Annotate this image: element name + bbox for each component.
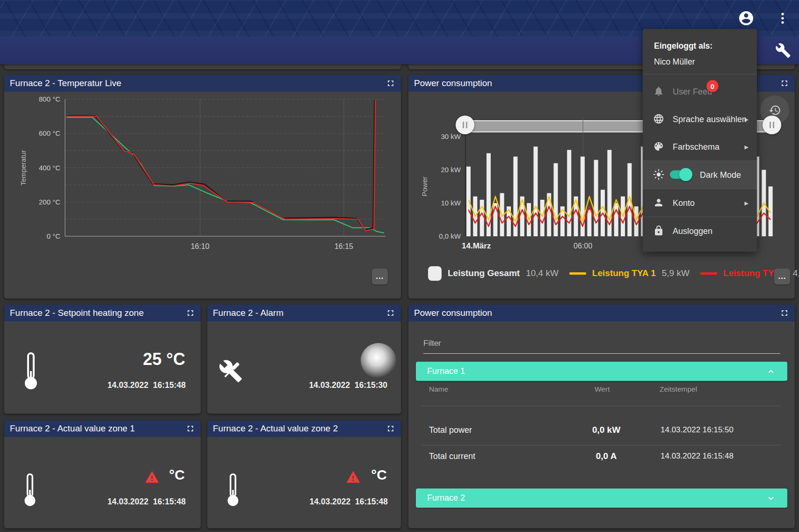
logged-in-as-label: Eingeloggt als: [654,41,712,51]
fullscreen-icon[interactable] [780,79,789,88]
card-title: Furnace 2 - Alarm [213,308,386,318]
card-zone2-titlebar: Furnace 2 - Actual value zone 2 [207,420,401,437]
warning-triangle-icon [346,470,361,483]
power-chart-legend: Leistung Gesamt 10,4 kW Leistung TYA 1 5… [428,263,799,284]
dark-mode-toggle[interactable] [670,170,690,179]
svg-text:16:10: 16:10 [191,242,210,250]
svg-text:600 °C: 600 °C [39,129,60,137]
svg-text:06:00: 06:00 [574,242,592,250]
card-setpoint-titlebar: Furnace 2 - Setpoint heating zone [4,305,201,321]
menu-item-label: Ausloggen [673,226,712,236]
menu-item-farbschema[interactable]: Farbschema ▶ [643,133,757,160]
menu-item-sprache[interactable]: Sprache auswählen ▶ [643,105,757,133]
card-title: Furnace 2 - Setpoint heating zone [10,308,186,318]
alarm-timestamp: 14.03.2022 16:15:30 [309,380,387,390]
dashboard: Furnace 2 - Temperatur Live 16:1016:150 … [0,0,799,532]
zone1-timestamp: 14.03.2022 16:15:48 [108,497,186,507]
card-zone2: Furnace 2 - Actual value zone 2 °C 14.03… [207,420,401,528]
section-header-furnace-1[interactable]: Furnace 1 [416,362,787,381]
legend-marker-tya2 [700,272,717,275]
time-range-slider-handle-left[interactable] [456,116,474,134]
fullscreen-icon[interactable] [386,308,395,318]
legend-value: 5,9 kW [662,268,690,278]
filter-input[interactable] [423,341,780,354]
menu-item-dark-mode[interactable]: Dark Mode [643,161,757,189]
svg-text:16:15: 16:15 [334,242,353,250]
menu-item-ausloggen[interactable]: Ausloggen [643,217,757,245]
svg-text:Power: Power [421,176,429,197]
setpoint-timestamp: 14.03.2022 16:15:48 [108,380,186,390]
legend-marker-tya1 [569,272,586,275]
warning-triangle-icon [145,470,160,483]
card-setpoint: Furnace 2 - Setpoint heating zone 25 °C … [4,305,201,414]
column-header-wert: Wert [595,385,610,394]
palette-icon [653,141,664,152]
globe-icon [653,113,664,124]
section-header-furnace-2[interactable]: Furnace 2 [416,488,787,508]
row-divider [421,406,782,406]
menu-item-label: User Feed [673,87,712,96]
card-zone1: Furnace 2 - Actual value zone 1 °C 14.03… [4,420,201,528]
card-title: Furnace 2 - Temperatur Live [10,78,386,88]
column-header-name: Name [429,385,448,394]
wrench-icon [775,43,791,58]
menu-divider [643,74,757,74]
svg-text:0 °C: 0 °C [47,232,61,240]
legend-label[interactable]: Leistung TYA 1 [592,268,656,278]
settings-wrench-button[interactable] [775,42,792,59]
zone2-unit: °C [371,467,387,483]
legend-value: 4,5 kW [793,268,799,278]
fullscreen-icon[interactable] [186,424,195,433]
thermometer-icon [226,472,240,508]
card-title: Furnace 2 - Actual value zone 1 [10,423,186,434]
chart-more-button[interactable]: ... [372,269,388,284]
user-account-button[interactable] [738,10,755,27]
svg-text:400 °C: 400 °C [39,164,60,172]
column-header-zeitstempel: Zeitstempel [660,385,697,394]
row-divider [421,445,782,445]
time-range-slider-handle-right[interactable] [763,116,781,134]
card-temperature-live-titlebar: Furnace 2 - Temperatur Live [4,75,401,92]
chevron-right-icon: ▶ [745,200,748,206]
chevron-right-icon: ▶ [745,144,748,150]
tools-icon [218,359,243,383]
card-alarm-titlebar: Furnace 2 - Alarm [207,305,401,321]
overflow-menu-button[interactable] [776,11,789,25]
zone2-timestamp: 14.03.2022 16:15:48 [310,497,388,507]
card-alarm: Furnace 2 - Alarm 14.03.2022 16:15:30 [207,305,401,414]
svg-text:20 kW: 20 kW [441,166,461,174]
person-icon [653,197,664,208]
legend-label[interactable]: Leistung Gesamt [448,268,520,278]
section-title: Furnace 2 [427,493,465,503]
fullscreen-icon[interactable] [386,424,395,433]
setpoint-value: 25 °C [143,350,185,369]
card-temperature-live: Furnace 2 - Temperatur Live 16:1016:150 … [4,75,401,299]
logged-in-user-name: Nico Müller [654,57,695,67]
menu-item-label: Sprache auswählen [673,114,747,124]
menu-item-user-feed[interactable]: User Feed 0 [643,78,757,105]
svg-text:10 kW: 10 kW [441,199,461,207]
svg-text:30 kW: 30 kW [441,132,461,140]
fullscreen-icon[interactable] [780,308,789,318]
zone1-unit: °C [169,467,185,483]
fullscreen-icon[interactable] [386,79,395,88]
svg-text:200 °C: 200 °C [39,198,60,206]
chart-more-button[interactable]: ... [774,269,790,284]
chevron-up-icon [766,366,776,377]
row-timestamp: 14.03.2022 16:15:48 [661,452,734,461]
section-title: Furnace 1 [427,366,465,376]
card-power-table: Power consumption Filter Furnace 1 Name … [408,305,795,528]
menu-item-konto[interactable]: Konto ▶ [643,189,757,217]
lock-icon [653,225,664,236]
chevron-down-icon [766,493,776,503]
fullscreen-icon[interactable] [186,308,195,318]
menu-item-label: Dark Mode [700,170,741,180]
thermometer-icon [23,472,37,508]
row-value: 0,0 kW [576,425,637,435]
svg-text:14.März: 14.März [462,241,491,250]
card-title: Furnace 2 - Actual value zone 2 [213,423,386,434]
user-feed-badge: 0 [706,80,719,92]
cutoff-card-top-left [4,64,401,69]
temperature-line-chart: 16:1016:150 °C200 °C400 °C600 °C800 °CTe… [4,92,401,279]
kebab-menu-icon [776,11,789,25]
